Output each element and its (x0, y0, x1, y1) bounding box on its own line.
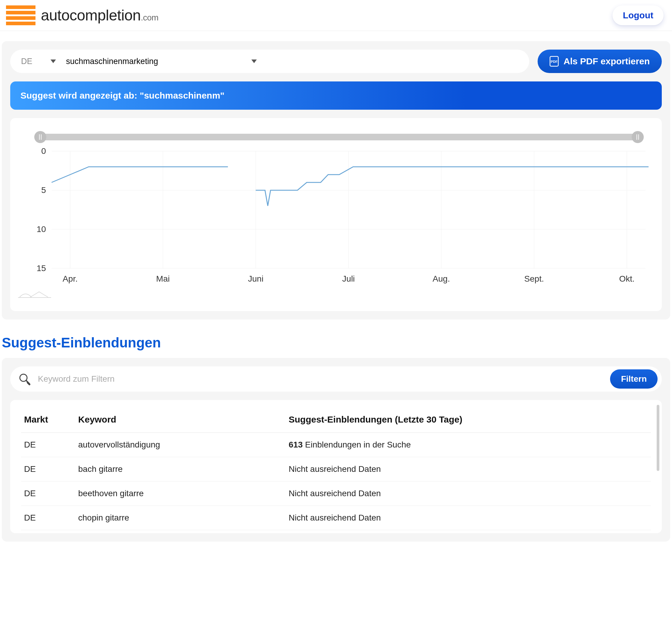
chevron-down-icon (251, 59, 257, 63)
svg-text:5: 5 (41, 185, 46, 194)
search-icon (18, 372, 31, 386)
col-header-keyword: Keyword (75, 407, 286, 433)
cell-keyword: chopin gitarre (75, 506, 286, 530)
cell-impressions: 613 Einblendungen in der Suche (286, 433, 651, 457)
svg-text:Juni: Juni (248, 274, 264, 283)
selects-container: DE suchmaschinenmarketing (10, 50, 529, 73)
logout-button[interactable]: Logout (613, 5, 664, 25)
table-row: DEchopin gitarreNicht ausreichend Daten (21, 506, 651, 530)
svg-text:0: 0 (41, 148, 46, 156)
table-row: DEbach gitarreNicht ausreichend Daten (21, 457, 651, 481)
cell-market: DE (21, 481, 75, 506)
pdf-icon: PDF (550, 56, 559, 67)
suggest-threshold-banner: Suggest wird angezeigt ab: "suchmaschine… (10, 81, 662, 110)
market-select-value: DE (21, 57, 32, 66)
export-pdf-label: Als PDF exportieren (563, 56, 650, 66)
svg-text:15: 15 (37, 263, 46, 272)
keyword-filter-input[interactable] (38, 374, 604, 384)
table-section-card: Filtern Markt Keyword Suggest-Einblendun… (2, 358, 670, 542)
cell-impressions: Nicht ausreichend Daten (286, 481, 651, 506)
col-header-impressions: Suggest-Einblendungen (Letzte 30 Tage) (286, 407, 651, 433)
cell-market: DE (21, 433, 75, 457)
svg-text:Aug.: Aug. (433, 274, 450, 283)
svg-text:10: 10 (37, 224, 46, 233)
table-card: Markt Keyword Suggest-Einblendungen (Let… (10, 400, 662, 533)
cell-market: DE (21, 457, 75, 481)
chart-svg: 051015 Apr.MaiJuniJuliAug.Sept.Okt. (23, 148, 649, 286)
brand-name: autocompletion.com (41, 7, 158, 24)
keyword-select-value: suchmaschinenmarketing (66, 57, 158, 66)
brand-mark-icon (6, 5, 35, 25)
range-slider[interactable] (40, 134, 638, 140)
table-row: DEautovervollständigung613 Einblendungen… (21, 433, 651, 457)
filter-row: Filtern (10, 366, 662, 392)
svg-text:Mai: Mai (156, 274, 170, 283)
cell-impressions: Nicht ausreichend Daten (286, 506, 651, 530)
svg-line-27 (28, 383, 29, 384)
cell-keyword: autovervollständigung (75, 433, 286, 457)
svg-text:PDF: PDF (551, 60, 558, 63)
section-title-suggest: Suggest-Einblendungen (2, 335, 672, 351)
svg-text:Juli: Juli (342, 274, 355, 283)
cell-keyword: beethoven gitarre (75, 481, 286, 506)
table-row: DEbeethoven gitarreNicht ausreichend Dat… (21, 481, 651, 506)
svg-text:Okt.: Okt. (619, 274, 634, 283)
cell-keyword: bach gitarre (75, 457, 286, 481)
chart-area: 051015 Apr.MaiJuniJuliAug.Sept.Okt. (23, 148, 649, 286)
chart-section-card: DE suchmaschinenmarketing PDF Als PDF ex… (2, 41, 670, 320)
range-slider-handle-right[interactable] (632, 131, 644, 143)
keyword-select[interactable]: suchmaschinenmarketing (66, 57, 519, 66)
cell-market: DE (21, 506, 75, 530)
chart-card: 051015 Apr.MaiJuniJuliAug.Sept.Okt. (10, 118, 662, 311)
scrollbar[interactable] (657, 405, 659, 471)
banner-text: Suggest wird angezeigt ab: "suchmaschine… (20, 90, 224, 100)
controls-row: DE suchmaschinenmarketing PDF Als PDF ex… (10, 50, 662, 73)
svg-text:Sept.: Sept. (524, 274, 544, 283)
market-select[interactable]: DE (21, 57, 56, 66)
chart-navigator-icon (18, 289, 649, 299)
range-slider-handle-left[interactable] (34, 131, 46, 143)
filter-button[interactable]: Filtern (610, 369, 658, 389)
brand-logo[interactable]: autocompletion.com (6, 5, 158, 25)
impressions-table: Markt Keyword Suggest-Einblendungen (Let… (21, 407, 651, 530)
cell-impressions: Nicht ausreichend Daten (286, 457, 651, 481)
chevron-down-icon (50, 59, 56, 63)
app-header: autocompletion.com Logout (0, 0, 672, 31)
export-pdf-button[interactable]: PDF Als PDF exportieren (538, 50, 662, 73)
svg-text:Apr.: Apr. (62, 274, 77, 283)
col-header-market: Markt (21, 407, 75, 433)
